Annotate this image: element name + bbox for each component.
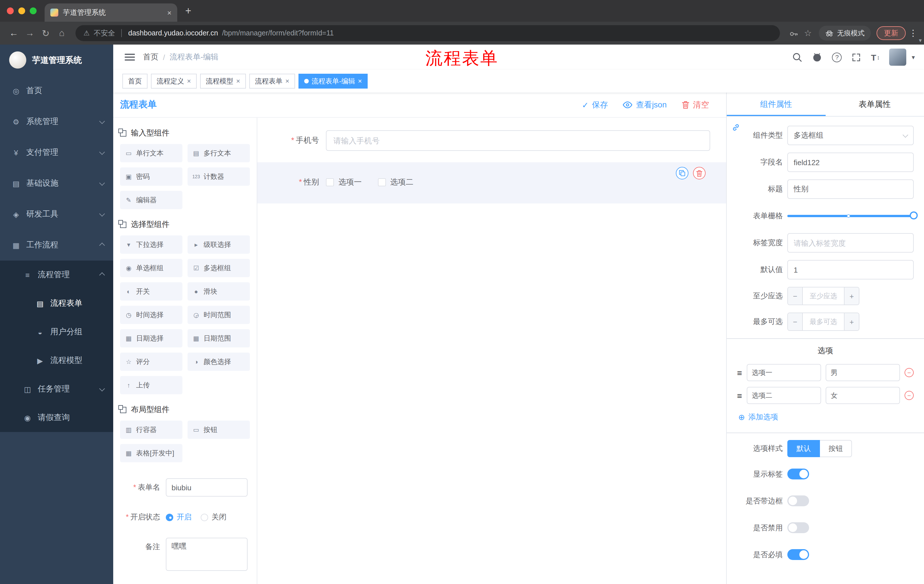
status-on-radio[interactable]: 开启 (166, 512, 191, 522)
close-window-button[interactable] (7, 7, 14, 14)
avatar-caret-icon[interactable]: ▾ (912, 53, 915, 61)
palette-item-select[interactable]: ▾下拉选择 (120, 235, 182, 254)
home-button[interactable]: ⌂ (54, 25, 70, 41)
palette-item-time-picker[interactable]: ◷时间选择 (120, 306, 182, 324)
gender-option2-checkbox[interactable]: 选项二 (378, 177, 413, 188)
tag-close-icon[interactable]: × (358, 77, 362, 85)
palette-item-switch[interactable]: ◐开关 (120, 282, 182, 301)
password-key-icon[interactable] (785, 26, 800, 41)
new-tab-button[interactable]: + (185, 3, 191, 18)
search-icon[interactable] (792, 52, 802, 62)
back-button[interactable]: ← (6, 25, 22, 41)
palette-item-textarea[interactable]: ▤多行文本 (188, 144, 250, 162)
reload-button[interactable]: ↻ (38, 25, 54, 41)
palette-item-date-range[interactable]: ▦日期范围 (188, 329, 250, 347)
tag-process-form-edit[interactable]: 流程表单-编辑 × (299, 74, 368, 89)
tag-process-model[interactable]: 流程模型 × (200, 74, 246, 89)
palette-item-radio-group[interactable]: ◉单选框组 (120, 259, 182, 277)
breadcrumb-home[interactable]: 首页 (143, 52, 158, 62)
palette-item-cascader[interactable]: ▸级联选择 (188, 235, 250, 254)
address-bar[interactable]: ⚠ 不安全 dashboard.yudao.iocoder.cn/bpm/man… (76, 25, 780, 41)
font-size-icon[interactable]: T↕ (871, 52, 880, 62)
sidebar-item-process-mgmt[interactable]: ≡ 流程管理 (0, 261, 113, 289)
drag-handle-icon[interactable]: ≡ (737, 368, 742, 377)
palette-item-editor[interactable]: ✎编辑器 (120, 191, 182, 209)
disabled-switch[interactable] (787, 522, 809, 533)
option1-label-input[interactable] (747, 364, 821, 381)
tab-component-props[interactable]: 组件属性 (727, 92, 825, 116)
slider-handle[interactable] (910, 211, 918, 219)
sidebar-item-process-form[interactable]: ▤ 流程表单 (0, 289, 113, 318)
tab-form-props[interactable]: 表单属性 (825, 92, 924, 116)
browser-menu-icon[interactable]: ⋮ (908, 28, 918, 38)
title-input[interactable] (787, 179, 914, 199)
palette-item-button[interactable]: ▭按钮 (188, 421, 250, 439)
option2-label-input[interactable] (747, 387, 821, 404)
sidebar-item-system-mgmt[interactable]: ⚙ 系统管理 (0, 106, 113, 137)
tag-process-definition[interactable]: 流程定义 × (151, 74, 197, 89)
bookmark-star-icon[interactable]: ☆ (800, 26, 815, 41)
form-canvas[interactable]: *手机号 *性别 选项一 选项二 (257, 118, 726, 584)
update-chrome-button[interactable]: 更新 (876, 26, 906, 40)
palette-item-counter[interactable]: 123计数器 (188, 168, 250, 186)
sidebar-item-user-group[interactable]: ◒ 用户分组 (0, 318, 113, 346)
palette-item-slider[interactable]: ●滑块 (188, 282, 250, 301)
delete-widget-button[interactable] (693, 167, 706, 179)
status-off-radio[interactable]: 关闭 (201, 512, 226, 522)
style-default-button[interactable]: 默认 (787, 440, 820, 457)
phone-input[interactable] (326, 130, 710, 151)
link-icon[interactable] (729, 121, 742, 134)
palette-item-table[interactable]: ▦表格[开发中] (120, 444, 182, 462)
label-width-input[interactable] (787, 233, 914, 253)
field-name-input[interactable] (787, 153, 914, 172)
component-type-select[interactable]: 多选框组 (787, 126, 914, 145)
save-button[interactable]: ✓ 保存 (582, 100, 608, 110)
toolbar-caret-icon[interactable]: ▾ (919, 37, 922, 43)
default-value-input[interactable] (787, 260, 914, 280)
sidebar-item-workflow[interactable]: ▦ 工作流程 (0, 230, 113, 261)
security-label[interactable]: 不安全 (94, 28, 115, 38)
palette-item-checkbox-group[interactable]: ☑多选框组 (188, 259, 250, 277)
palette-item-password[interactable]: ▣密码 (120, 168, 182, 186)
sidebar-item-home[interactable]: ◎ 首页 (0, 76, 113, 106)
tag-close-icon[interactable]: × (236, 77, 240, 85)
palette-item-color-picker[interactable]: ◑颜色选择 (188, 352, 250, 371)
palette-item-rate[interactable]: ☆评分 (120, 352, 182, 371)
clear-button[interactable]: 清空 (681, 100, 709, 110)
palette-item-row-container[interactable]: ▥行容器 (120, 421, 182, 439)
avatar[interactable] (889, 49, 907, 66)
sidebar-item-process-model[interactable]: ▶ 流程模型 (0, 346, 113, 375)
forward-button[interactable]: → (22, 25, 38, 41)
add-option-button[interactable]: ⊕ 添加选项 (738, 412, 914, 422)
required-switch[interactable] (787, 549, 809, 560)
decrease-button[interactable]: − (788, 313, 803, 330)
max-select-input[interactable] (803, 313, 844, 330)
help-icon[interactable]: ? (832, 52, 842, 62)
sidebar-toggle-icon[interactable] (125, 54, 135, 61)
minimize-window-button[interactable] (18, 7, 25, 14)
sidebar-item-payment-mgmt[interactable]: ¥ 支付管理 (0, 137, 113, 168)
with-border-switch[interactable] (787, 495, 809, 506)
tag-close-icon[interactable]: × (285, 77, 289, 85)
copy-widget-button[interactable] (676, 167, 688, 179)
sidebar-item-task-mgmt[interactable]: ◫ 任务管理 (0, 375, 113, 403)
min-select-input[interactable] (803, 288, 844, 304)
tag-close-icon[interactable]: × (187, 77, 191, 85)
option2-value-input[interactable] (826, 387, 900, 404)
remove-option-button[interactable]: − (904, 368, 914, 377)
grid-slider[interactable] (787, 206, 914, 226)
style-button-button[interactable]: 按钮 (820, 440, 852, 457)
sidebar-item-leave-query[interactable]: ◉ 请假查询 (0, 403, 113, 432)
form-name-input[interactable] (166, 478, 248, 497)
view-json-button[interactable]: 查看json (623, 100, 667, 110)
increase-button[interactable]: + (844, 288, 859, 304)
canvas-field-gender[interactable]: *性别 选项一 选项二 (257, 162, 726, 204)
remove-option-button[interactable]: − (904, 391, 914, 400)
show-label-switch[interactable] (787, 469, 809, 479)
palette-item-date-picker[interactable]: ▦日期选择 (120, 329, 182, 347)
increase-button[interactable]: + (844, 313, 859, 330)
drag-handle-icon[interactable]: ≡ (737, 391, 742, 400)
fullscreen-icon[interactable] (852, 52, 861, 62)
tag-home[interactable]: 首页 (122, 74, 147, 89)
palette-item-time-range[interactable]: ◶时间范围 (188, 306, 250, 324)
